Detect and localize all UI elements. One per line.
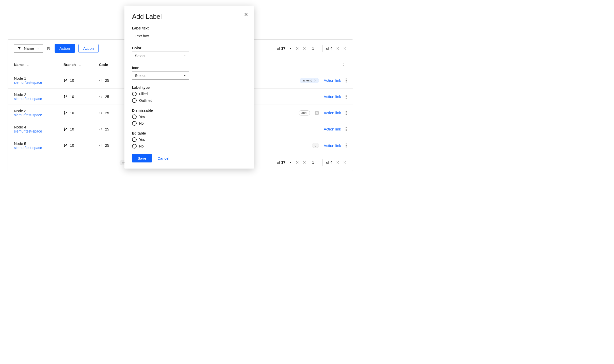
page-number-input-bottom[interactable] (310, 159, 322, 166)
icon-select[interactable]: Select (132, 71, 189, 80)
svg-point-26 (66, 144, 67, 145)
kebab-menu-icon[interactable] (346, 95, 347, 99)
add-label-modal: Add Label Label text Color Select Icon S… (124, 6, 254, 169)
svg-point-3 (346, 78, 347, 79)
node-name: Node 4 (14, 125, 63, 129)
column-header-branch[interactable]: Branch (63, 63, 99, 67)
action-link[interactable]: Action link (324, 78, 341, 82)
svg-point-23 (346, 130, 347, 131)
branch-icon (63, 143, 68, 147)
svg-point-10 (346, 96, 347, 97)
radio-icon (132, 114, 137, 119)
svg-point-6 (64, 95, 65, 96)
action-link[interactable]: Action link (324, 94, 341, 99)
chip-remove-icon[interactable] (315, 111, 319, 115)
kebab-menu-icon[interactable] (346, 127, 347, 131)
svg-point-20 (66, 128, 67, 129)
svg-point-22 (346, 129, 347, 130)
prev-icon[interactable] (336, 161, 340, 164)
label-text-input[interactable] (132, 32, 189, 40)
save-button[interactable]: Save (132, 154, 152, 162)
sort-updown-icon (78, 63, 82, 67)
radio-dismissable-no[interactable]: No (132, 121, 246, 126)
svg-point-15 (346, 111, 347, 112)
label-chip[interactable]: abel (299, 110, 310, 115)
svg-point-21 (346, 127, 347, 128)
caret-down-icon (37, 47, 40, 50)
code-value: 25 (105, 111, 109, 115)
color-label: Color (132, 46, 246, 50)
filter-label: Name (24, 46, 34, 51)
svg-point-2 (66, 79, 67, 80)
cancel-button[interactable]: Cancel (157, 156, 169, 160)
radio-icon (132, 92, 137, 96)
clear-icon-2[interactable] (303, 161, 306, 164)
action-secondary-button[interactable]: Action (78, 44, 99, 53)
code-icon (99, 111, 103, 115)
items-caret-icon[interactable] (289, 47, 292, 50)
svg-point-25 (64, 146, 65, 147)
radio-outlined[interactable]: Outlined (132, 98, 246, 103)
svg-point-7 (64, 97, 65, 98)
items-total-bottom: of 37 (277, 160, 285, 164)
node-link[interactable]: siemur/test-space (14, 80, 42, 85)
node-name: Node 5 (14, 141, 63, 146)
code-value: 25 (105, 78, 109, 82)
svg-point-19 (64, 130, 65, 131)
filter-dropdown[interactable]: Name (14, 44, 43, 53)
svg-point-13 (64, 114, 65, 114)
radio-editable-yes[interactable]: Yes (132, 137, 246, 142)
next-icon[interactable] (343, 161, 347, 164)
svg-point-8 (66, 95, 67, 96)
kebab-menu-icon[interactable] (346, 78, 347, 82)
next-page-icon[interactable] (343, 47, 347, 50)
pages-total-bottom: of 4 (326, 160, 332, 164)
label-chip[interactable]: d (312, 143, 319, 148)
kebab-menu-icon[interactable] (346, 111, 347, 115)
node-link[interactable]: siemur/test-space (14, 146, 42, 150)
kebab-menu-icon[interactable] (346, 143, 347, 147)
action-link[interactable]: Action link (324, 127, 341, 131)
clear-items-icon-2[interactable] (303, 47, 306, 50)
svg-point-14 (66, 112, 67, 112)
action-link[interactable]: Action link (324, 143, 341, 148)
action-link[interactable]: Action link (324, 111, 341, 115)
svg-point-16 (346, 112, 347, 113)
branch-value: 10 (70, 78, 74, 82)
radio-dismissable-yes[interactable]: Yes (132, 114, 246, 119)
svg-point-5 (346, 81, 347, 82)
action-primary-button[interactable]: Action (55, 44, 75, 53)
sort-updown-icon (342, 63, 345, 67)
node-link[interactable]: siemur/test-space (14, 129, 42, 133)
radio-filled[interactable]: Filled (132, 92, 246, 96)
pages-total: of 4 (326, 46, 332, 51)
items-caret-icon[interactable] (289, 161, 292, 164)
icon-label: Icon (132, 66, 246, 70)
clear-icon[interactable] (296, 161, 299, 164)
close-icon[interactable] (244, 12, 248, 17)
svg-point-27 (346, 143, 347, 144)
radio-icon (132, 121, 137, 126)
svg-point-9 (346, 95, 347, 96)
code-value: 25 (105, 95, 109, 99)
node-link[interactable]: siemur/test-space (14, 113, 42, 117)
node-link[interactable]: siemur/test-space (14, 97, 42, 101)
pagination-top: of 37 of 4 (277, 45, 347, 52)
page-number-input[interactable] (310, 45, 322, 52)
svg-point-28 (346, 145, 347, 146)
svg-point-29 (346, 146, 347, 147)
color-select[interactable]: Select (132, 52, 189, 60)
radio-editable-no[interactable]: No (132, 144, 246, 148)
clear-items-icon[interactable] (296, 47, 299, 50)
filter-icon (17, 46, 21, 50)
code-icon (99, 127, 103, 131)
column-header-name[interactable]: Name (14, 63, 63, 67)
chip-remove-icon[interactable] (314, 79, 316, 82)
label-text-label: Label text (132, 26, 246, 30)
svg-point-4 (346, 80, 347, 81)
prev-page-icon[interactable] (336, 47, 340, 50)
svg-point-1 (64, 81, 65, 82)
sort-icon[interactable] (46, 46, 51, 51)
label-chip[interactable]: ackend (300, 78, 319, 83)
radio-icon (132, 98, 137, 103)
